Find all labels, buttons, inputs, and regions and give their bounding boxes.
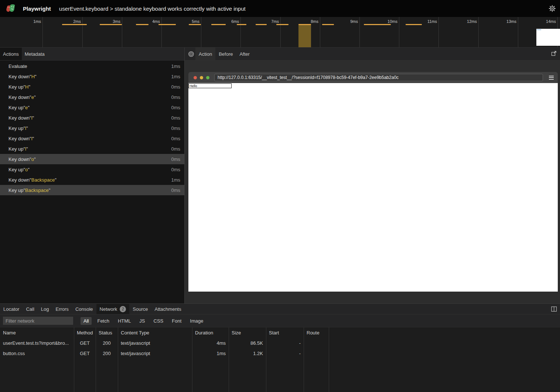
text-input[interactable] [188,83,232,88]
timeline-tick-label: 8ms [296,19,318,24]
table-header-row: NameMethodStatusContent TypeDurationSize… [0,327,560,338]
tab-console[interactable]: Console [72,304,96,314]
action-key-value: e [31,94,34,100]
filter-chip-html[interactable]: HTML [115,317,134,325]
timeline-gridline [359,17,360,47]
network-filter-chips: AllFetchHTMLJSCSSFontImage [78,317,206,325]
tab-action[interactable]: Action [195,48,215,60]
timeline-gridline [122,17,122,47]
action-list-item[interactable]: Key up "Backspace"0ms [0,185,184,195]
table-cell: text/javascript [118,348,192,358]
browser-chrome: http://127.0.0.1:63315/__vitest_test__/?… [188,72,558,83]
url-text: http://127.0.0.1:63315/__vitest_test__/?… [218,75,399,80]
tab-actions[interactable]: Actions [0,48,22,60]
timeline-tick-label: 1ms [19,19,41,24]
timeline-action-marker [189,24,201,25]
action-label: Key up [8,105,23,110]
tab-errors[interactable]: Errors [52,304,72,314]
table-row[interactable]: button.cssGET200text/javascript1ms1.2K- [0,348,560,358]
tab-attachments[interactable]: Attachments [151,304,184,314]
pick-locator-icon[interactable] [188,48,194,60]
tab-metadata[interactable]: Metadata [22,48,48,60]
action-label: Key down [8,136,30,141]
action-list-item[interactable]: Key up "e"0ms [0,102,184,113]
action-list-item[interactable]: Key down "o"0ms [0,154,184,164]
quote: " [26,146,28,152]
filter-chip-font[interactable]: Font [169,317,184,325]
snapshot-panel: ActionBeforeAfter http://127.0.0.1:63315… [185,48,560,303]
table-cell: 1ms [192,348,229,358]
action-key-value: H [25,84,28,90]
filter-chip-image[interactable]: Image [187,317,206,325]
tab-label: After [239,51,249,57]
quote: " [34,94,36,100]
filter-chip-fetch[interactable]: Fetch [94,317,112,325]
tab-label: Source [133,306,148,312]
playwright-logo-icon [6,3,17,14]
action-list-item[interactable]: Key up "H"0ms [0,82,184,92]
timeline-gridline [240,17,241,47]
table-row[interactable]: userEvent.test.ts?import&bro...GET200tex… [0,338,560,348]
table-cell: 200 [96,338,118,348]
thumbnail-input-mark [537,29,541,30]
quote: " [34,157,36,162]
tab-network[interactable]: Network2 [96,304,130,314]
tab-log[interactable]: Log [38,304,52,314]
action-list-item[interactable]: Key down "l"0ms [0,113,184,123]
timeline-action-marker [237,24,246,25]
action-key-value: Backspace [25,188,49,193]
action-list-item[interactable]: Key up "l"0ms [0,144,184,154]
quote: " [29,84,31,90]
action-label: Key up [8,146,23,152]
timeline-selected-range [298,25,311,47]
action-list-item[interactable]: Key down "l"0ms [0,133,184,144]
tab-source[interactable]: Source [129,304,151,314]
column-header-content-type: Content Type [118,327,192,338]
action-key-value: H [31,74,35,79]
tab-locator[interactable]: Locator [0,304,23,314]
action-list-item[interactable]: Key up "l"0ms [0,123,184,133]
filter-chip-all[interactable]: All [81,317,92,325]
action-duration: 1ms [171,177,180,183]
action-duration: 1ms [171,74,180,79]
tab-before[interactable]: Before [215,48,236,60]
settings-gear-icon[interactable] [549,5,556,12]
tab-call[interactable]: Call [23,304,37,314]
timeline-action-marker [406,24,422,25]
table-cell: 4ms [192,338,229,348]
table-cell: userEvent.test.ts?import&bro... [0,338,74,348]
action-list-item[interactable]: Key down "H"1ms [0,71,184,82]
traffic-light-green-icon [206,76,209,79]
filter-chip-js[interactable]: JS [136,317,148,325]
action-label: Key up [8,84,23,90]
timeline-tick-label: 2ms [59,19,81,24]
action-list-item[interactable]: Key down "e"0ms [0,92,184,102]
table-cell: 86.5K [229,338,266,348]
filter-chip-css[interactable]: CSS [151,317,167,325]
action-list-item[interactable]: Key down "Backspace"1ms [0,175,184,185]
table-cell: - [266,348,304,358]
table-cell [304,338,329,348]
browser-snapshot: http://127.0.0.1:63315/__vitest_test__/?… [188,72,558,292]
tab-label: Network [100,306,117,312]
tab-label: Console [75,306,93,312]
table-cell: 200 [96,348,118,358]
traffic-light-red-icon [194,76,197,79]
open-snapshot-external-icon[interactable] [551,51,557,57]
timeline[interactable]: 1ms2ms3ms4ms5ms6ms7ms8ms9ms10ms11ms12ms1… [0,17,560,48]
action-duration: 0ms [171,146,180,152]
top-bar: Playwright userEvent.keyboard > standalo… [0,0,560,17]
split-view-icon[interactable] [551,306,557,313]
action-list-item[interactable]: Evaluate1ms [0,61,184,71]
action-list: Evaluate1msKey down "H"1msKey up "H"0msK… [0,61,184,303]
timeline-action-marker [158,24,176,25]
action-key-value: o [31,157,34,162]
timeline-tick-label: 5ms [177,19,199,24]
filter-network-input[interactable] [3,317,73,325]
timeline-tick-label: 6ms [217,19,239,24]
action-list-item[interactable]: Key up "o"0ms [0,164,184,175]
timeline-tick-label: 11ms [415,19,437,24]
tab-after[interactable]: After [236,48,253,60]
tab-label: Attachments [154,306,181,312]
trace-viewer-window: Playwright userEvent.keyboard > standalo… [0,0,560,392]
